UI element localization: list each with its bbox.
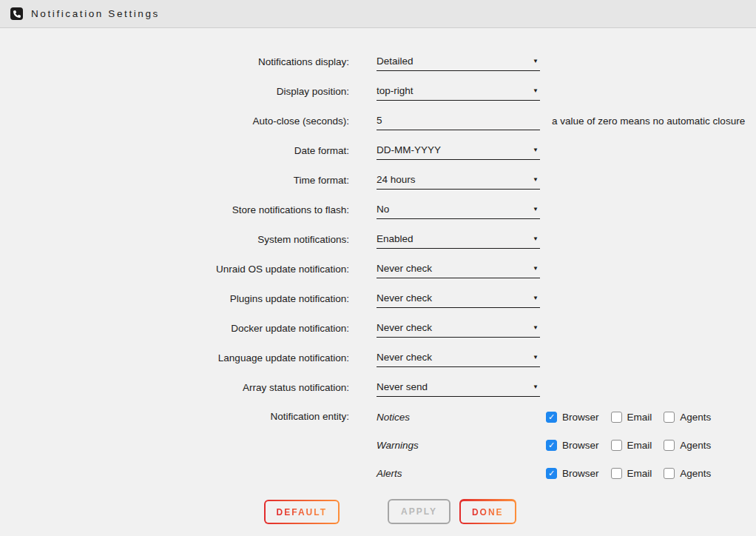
checkbox-label: Email: [627, 440, 652, 451]
checkbox-box[interactable]: [664, 468, 675, 479]
field-label: Language update notification:: [0, 344, 349, 373]
field-label: Notifications display:: [0, 47, 349, 77]
checkbox-label: Email: [627, 468, 652, 479]
titlebar: Notification Settings: [0, 0, 756, 28]
system-notifications-select[interactable]: Enabled ▼: [377, 230, 540, 249]
checkbox-box[interactable]: [664, 440, 675, 451]
warnings-agents-checkbox[interactable]: Agents: [664, 440, 711, 451]
entity-row-warnings: Warnings Browser Email Agents: [0, 431, 756, 459]
notification-settings-form: Notifications display: Detailed ▼ Displa…: [0, 28, 756, 524]
notices-browser-checkbox[interactable]: Browser: [546, 412, 599, 423]
field-label: Display position:: [0, 77, 349, 107]
row-system-notifications: System notifications: Enabled ▼: [0, 225, 756, 255]
select-value: top-right: [377, 85, 414, 96]
notices-agents-checkbox[interactable]: Agents: [664, 412, 711, 423]
field-label: Auto-close (seconds):: [0, 107, 349, 136]
entity-name-notices: Notices: [377, 412, 546, 423]
row-display-position: Display position: top-right ▼: [0, 77, 756, 107]
entity-row-notices: Notification entity: Notices Browser Ema…: [0, 403, 756, 431]
apply-button[interactable]: APPLY: [388, 499, 450, 524]
phone-icon: [10, 7, 23, 20]
row-language-update-notification: Language update notification: Never chec…: [0, 344, 756, 373]
select-value: 24 hours: [377, 174, 416, 185]
chevron-down-icon: ▼: [533, 265, 539, 272]
field-label: Plugins update notification:: [0, 284, 349, 314]
select-value: Never check: [377, 352, 432, 363]
field-label: Time format:: [0, 166, 349, 195]
warnings-browser-checkbox[interactable]: Browser: [546, 440, 599, 451]
field-label: System notifications:: [0, 225, 349, 255]
chevron-down-icon: ▼: [533, 147, 539, 153]
field-label: Unraid OS update notification:: [0, 255, 349, 284]
chevron-down-icon: ▼: [533, 176, 539, 183]
checkbox-label: Browser: [562, 440, 599, 451]
date-format-select[interactable]: DD-MM-YYYY ▼: [377, 141, 540, 160]
checkbox-label: Browser: [562, 412, 599, 423]
checkbox-box[interactable]: [664, 412, 675, 423]
checkbox-box[interactable]: [546, 468, 557, 479]
checkbox-label: Agents: [680, 412, 711, 423]
row-date-format: Date format: DD-MM-YYYY ▼: [0, 136, 756, 166]
row-unraid-os-update-notification: Unraid OS update notification: Never che…: [0, 255, 756, 284]
page-title: Notification Settings: [31, 8, 160, 19]
chevron-down-icon: ▼: [533, 206, 539, 212]
store-notifications-to-flash-select[interactable]: No ▼: [377, 200, 540, 219]
docker-update-notification-select[interactable]: Never check ▼: [377, 318, 540, 338]
entity-name-alerts: Alerts: [377, 468, 546, 479]
alerts-browser-checkbox[interactable]: Browser: [546, 468, 599, 479]
chevron-down-icon: ▼: [533, 87, 539, 94]
field-label: Date format:: [0, 136, 349, 166]
row-auto-close: Auto-close (seconds): a value of zero me…: [0, 107, 756, 136]
select-value: Never check: [377, 263, 432, 274]
checkbox-box[interactable]: [611, 412, 622, 423]
unraid-os-update-notification-select[interactable]: Never check ▼: [377, 259, 540, 278]
select-value: Enabled: [377, 233, 414, 244]
notifications-display-select[interactable]: Detailed ▼: [377, 52, 540, 71]
entity-name-warnings: Warnings: [377, 440, 546, 451]
row-notifications-display: Notifications display: Detailed ▼: [0, 47, 756, 77]
checkbox-label: Agents: [680, 468, 711, 479]
checkbox-box[interactable]: [611, 468, 622, 479]
field-label: Store notifications to flash:: [0, 195, 349, 225]
chevron-down-icon: ▼: [533, 354, 539, 361]
notices-email-checkbox[interactable]: Email: [611, 412, 652, 423]
time-format-select[interactable]: 24 hours ▼: [377, 170, 540, 190]
warnings-email-checkbox[interactable]: Email: [611, 440, 652, 451]
row-array-status-notification: Array status notification: Never send ▼: [0, 373, 756, 403]
checkbox-box[interactable]: [611, 440, 622, 451]
chevron-down-icon: ▼: [533, 58, 539, 64]
auto-close-note: a value of zero means no automatic closu…: [552, 107, 745, 136]
chevron-down-icon: ▼: [533, 235, 539, 242]
row-store-notifications-to-flash: Store notifications to flash: No ▼: [0, 195, 756, 225]
chevron-down-icon: ▼: [533, 383, 539, 390]
chevron-down-icon: ▼: [533, 324, 539, 331]
field-label: Docker update notification:: [0, 314, 349, 344]
select-value: Detailed: [377, 56, 414, 67]
checkbox-label: Email: [627, 412, 652, 423]
select-value: No: [377, 204, 389, 215]
select-value: Never check: [377, 322, 432, 333]
alerts-agents-checkbox[interactable]: Agents: [664, 468, 711, 479]
buttons-row: DEFAULT APPLY DONE: [0, 499, 756, 524]
auto-close-input[interactable]: [377, 111, 540, 130]
checkbox-label: Browser: [562, 468, 599, 479]
done-button[interactable]: DONE: [459, 499, 516, 524]
display-position-select[interactable]: top-right ▼: [377, 81, 540, 101]
language-update-notification-select[interactable]: Never check ▼: [377, 348, 540, 367]
chevron-down-icon: ▼: [533, 295, 539, 301]
checkbox-box[interactable]: [546, 440, 557, 451]
field-label: Array status notification:: [0, 373, 349, 403]
plugins-update-notification-select[interactable]: Never check ▼: [377, 289, 540, 308]
row-docker-update-notification: Docker update notification: Never check …: [0, 314, 756, 344]
checkbox-box[interactable]: [546, 412, 557, 423]
alerts-email-checkbox[interactable]: Email: [611, 468, 652, 479]
default-button[interactable]: DEFAULT: [264, 500, 340, 524]
select-value: Never send: [377, 381, 428, 392]
array-status-notification-select[interactable]: Never send ▼: [377, 378, 540, 397]
select-value: DD-MM-YYYY: [377, 144, 441, 155]
select-value: Never check: [377, 292, 432, 304]
checkbox-label: Agents: [680, 440, 711, 451]
field-label: Notification entity:: [0, 403, 349, 431]
entity-row-alerts: Alerts Browser Email Agents: [0, 459, 756, 487]
row-plugins-update-notification: Plugins update notification: Never check…: [0, 284, 756, 314]
